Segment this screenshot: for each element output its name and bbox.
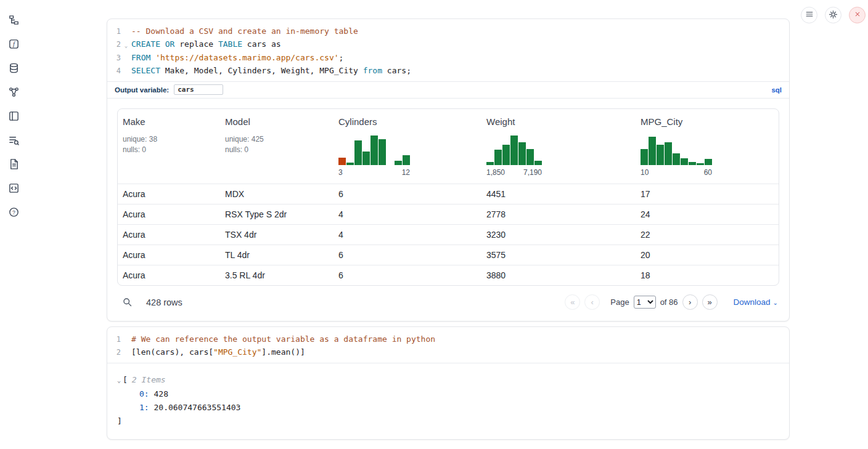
histogram-cylinders: 312 <box>338 134 410 177</box>
table-body: AcuraMDX6445117AcuraRSX Type S 2dr427782… <box>118 184 779 285</box>
download-button[interactable]: Download ⌄ <box>734 297 778 307</box>
column-header-make[interactable]: Makeunique: 38nulls: 0 <box>118 109 220 184</box>
code-line[interactable]: 3FROM 'https://datasets.marimo.app/cars.… <box>107 52 789 65</box>
python-editor[interactable]: 1# We can reference the output variable … <box>107 327 789 363</box>
table-cell: RSX Type S 2dr <box>220 204 334 224</box>
histogram-bar <box>354 140 362 165</box>
code-text: # We can reference the output variable a… <box>131 333 435 346</box>
last-page-button[interactable]: » <box>702 294 718 310</box>
table-cell: 3880 <box>481 265 636 285</box>
chevron-down-icon[interactable]: ⌄ <box>117 377 121 384</box>
histogram-bar <box>371 136 378 165</box>
page-select[interactable]: 1 <box>634 296 656 309</box>
download-label: Download <box>734 297 771 307</box>
table-row[interactable]: Acura3.5 RL 4dr6388018 <box>118 265 779 285</box>
table-cell: 18 <box>636 265 779 285</box>
table-cell: 2778 <box>481 204 636 224</box>
column-name: Cylinders <box>338 116 477 127</box>
histogram-weight: 1,8507,190 <box>486 134 542 177</box>
code-line[interactable]: 2[len(cars), cars["MPG_City"].mean()] <box>107 346 789 359</box>
dependency-graph-icon[interactable] <box>6 84 21 99</box>
column-name: MPG_City <box>641 116 774 127</box>
sql-cell-output: Makeunique: 38nulls: 0Modelunique: 425nu… <box>107 98 789 321</box>
line-number: 3 <box>107 52 121 65</box>
table-row[interactable]: AcuraRSX Type S 2dr4277824 <box>118 204 779 224</box>
documentation-icon[interactable] <box>6 156 21 171</box>
fold-spacer <box>121 346 131 359</box>
code-text: FROM 'https://datasets.marimo.app/cars.c… <box>131 52 343 65</box>
line-number: 1 <box>107 333 121 346</box>
code-text: -- Download a CSV and create an in-memor… <box>131 25 358 38</box>
code-text: CREATE OR replace TABLE cars as <box>131 38 281 52</box>
histogram-bar <box>681 158 688 165</box>
table-cell: 4 <box>334 204 481 224</box>
histogram-mpg_city: 1060 <box>641 134 712 177</box>
prev-page-button[interactable]: ‹ <box>584 294 600 310</box>
snippets-icon[interactable] <box>6 180 21 195</box>
column-header-mpg_city[interactable]: MPG_City1060 <box>636 109 779 184</box>
code-line[interactable]: 1# We can reference the output variable … <box>107 333 789 346</box>
table-cell: Acura <box>118 245 220 265</box>
settings-button[interactable] <box>825 7 841 23</box>
item-value: 20.060747663551403 <box>149 403 241 412</box>
table-row[interactable]: AcuraTL 4dr6357520 <box>118 245 779 265</box>
next-page-button[interactable]: › <box>682 294 698 310</box>
column-header-model[interactable]: Modelunique: 425nulls: 0 <box>220 109 334 184</box>
fold-chevron-icon[interactable]: ⌄ <box>121 38 131 52</box>
histogram-bar <box>362 152 370 165</box>
shutdown-button[interactable] <box>849 7 866 23</box>
output-variable-label: Output variable: <box>115 86 169 94</box>
histogram-bar <box>518 142 526 165</box>
histogram-bar <box>705 159 712 165</box>
page-label: Page <box>610 297 629 307</box>
histogram-bar <box>657 145 664 165</box>
python-cell-output: ⌄[2 Items 0: 4281: 20.060747663551403 ] <box>107 363 789 439</box>
item-value: 428 <box>149 389 168 398</box>
output-variable-input[interactable] <box>174 84 223 95</box>
histogram-axis: 312 <box>338 168 410 177</box>
menu-button[interactable] <box>801 7 817 23</box>
fold-spacer <box>121 52 131 65</box>
code-line[interactable]: 4SELECT Make, Model, Cylinders, Weight, … <box>107 65 789 78</box>
close-bracket: ] <box>117 415 779 428</box>
open-bracket: [ <box>123 375 128 384</box>
histogram-bar <box>346 163 354 165</box>
table-row[interactable]: AcuraTSX 4dr4323022 <box>118 224 779 245</box>
help-icon[interactable]: ? <box>6 204 21 219</box>
item-index: 0: <box>139 389 149 398</box>
chevron-down-icon: ⌄ <box>773 298 778 306</box>
gear-icon <box>828 9 838 22</box>
table-cell: TL 4dr <box>220 245 334 265</box>
table-cell: 6 <box>334 245 481 265</box>
code-line[interactable]: 2⌄CREATE OR replace TABLE cars as <box>107 38 789 52</box>
sql-cell: 1-- Download a CSV and create an in-memo… <box>107 18 790 322</box>
column-header-cylinders[interactable]: Cylinders312 <box>334 109 481 184</box>
file-tree-icon[interactable] <box>6 12 21 27</box>
column-name: Make <box>123 116 215 127</box>
outline-icon[interactable] <box>6 108 21 123</box>
column-header-weight[interactable]: Weight1,8507,190 <box>481 109 636 184</box>
histogram-bar <box>486 162 494 165</box>
code-line[interactable]: 1-- Download a CSV and create an in-memo… <box>107 25 789 38</box>
sql-editor[interactable]: 1-- Download a CSV and create an in-memo… <box>107 19 789 81</box>
table-row[interactable]: AcuraMDX6445117 <box>118 184 779 204</box>
table-cell: TSX 4dr <box>220 225 334 245</box>
search-icon[interactable] <box>122 297 133 307</box>
table-cell: Acura <box>118 204 220 224</box>
code-text: [len(cars), cars["MPG_City"].mean()] <box>131 346 305 359</box>
first-page-button[interactable]: « <box>565 294 580 310</box>
table-cell: 20 <box>636 245 779 265</box>
items-count-label: 2 Items <box>132 375 166 384</box>
histogram-bar <box>649 137 656 165</box>
table-cell: 3575 <box>481 245 636 265</box>
page-total-label: of 86 <box>660 297 678 307</box>
hamburger-icon <box>805 9 814 21</box>
histogram-bar <box>395 161 402 165</box>
datasources-icon[interactable] <box>6 60 21 75</box>
table-cell: 6 <box>334 184 481 204</box>
fold-spacer <box>121 25 131 38</box>
scratchpad-icon[interactable]: f <box>6 36 21 51</box>
data-table: Makeunique: 38nulls: 0Modelunique: 425nu… <box>117 108 779 286</box>
column-name: Model <box>225 116 329 127</box>
logs-icon[interactable] <box>6 132 21 147</box>
